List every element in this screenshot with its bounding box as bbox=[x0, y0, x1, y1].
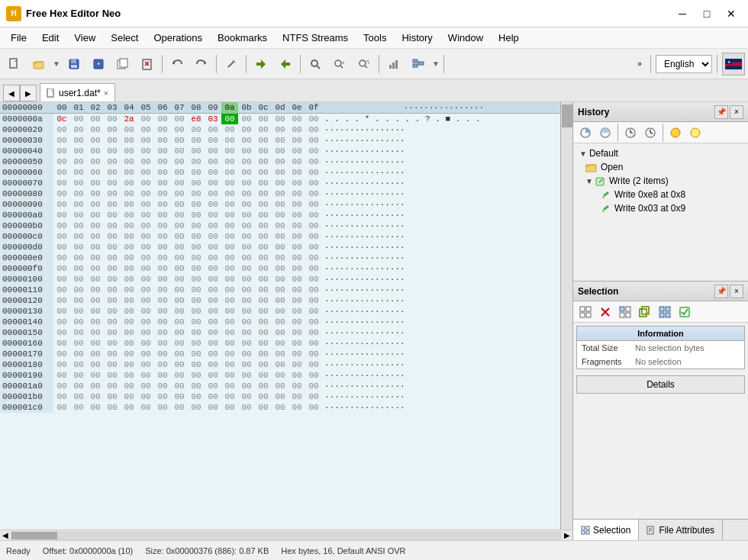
hex-cell[interactable]: 00 bbox=[53, 220, 70, 231]
stats-button[interactable] bbox=[382, 53, 405, 76]
hex-cell[interactable]: 00 bbox=[53, 274, 70, 285]
hex-cell[interactable]: 00 bbox=[205, 199, 221, 210]
hex-cell[interactable]: 00 bbox=[305, 402, 322, 413]
hex-cell[interactable]: 00 bbox=[53, 253, 70, 263]
hex-cell[interactable]: 00 bbox=[121, 359, 137, 370]
hex-cell[interactable]: 00 bbox=[53, 188, 70, 199]
hex-cell[interactable]: 00 bbox=[272, 114, 289, 125]
hex-cell[interactable]: 00 bbox=[171, 167, 188, 178]
hex-cell[interactable]: 00 bbox=[70, 338, 87, 349]
hex-cell[interactable]: 00 bbox=[205, 391, 221, 402]
hex-cell[interactable]: 00 bbox=[104, 338, 121, 349]
hex-cell[interactable]: 00 bbox=[188, 317, 205, 327]
hex-cell[interactable]: 00 bbox=[121, 178, 137, 188]
hex-cell[interactable]: 00 bbox=[137, 381, 154, 391]
hex-cell[interactable]: 00 bbox=[121, 338, 137, 349]
file-attributes-tab[interactable]: File Attributes bbox=[639, 520, 723, 540]
hex-cell[interactable]: 00 bbox=[289, 114, 305, 125]
hex-cell[interactable]: 00 bbox=[205, 231, 221, 242]
hex-cell[interactable]: 00 bbox=[87, 242, 104, 253]
table-row[interactable]: 0000005000000000000000000000000000000000… bbox=[0, 156, 560, 167]
hex-cell[interactable]: 00 bbox=[137, 135, 154, 146]
hex-cell[interactable]: 00 bbox=[121, 188, 137, 199]
hex-cell[interactable]: 00 bbox=[121, 220, 137, 231]
hex-cell[interactable]: 00 bbox=[87, 114, 104, 125]
hex-cell[interactable]: 00 bbox=[171, 359, 188, 370]
copy-from-button[interactable] bbox=[274, 53, 297, 76]
hex-cell[interactable]: 00 bbox=[221, 370, 238, 381]
hex-cell[interactable]: 00 bbox=[221, 167, 238, 178]
hex-cell[interactable]: 00 bbox=[53, 317, 70, 327]
hex-cell[interactable]: 00 bbox=[137, 402, 154, 413]
table-row[interactable]: 0000008000000000000000000000000000000000… bbox=[0, 188, 560, 199]
hex-cell[interactable]: 00 bbox=[305, 381, 322, 391]
menu-select[interactable]: Select bbox=[103, 29, 146, 47]
hex-cell[interactable]: 00 bbox=[238, 327, 255, 338]
horizontal-scrollbar[interactable]: ◀ ▶ bbox=[0, 529, 572, 540]
hex-cell[interactable]: 00 bbox=[70, 253, 87, 263]
hex-cell[interactable]: 00 bbox=[289, 210, 305, 220]
hex-cell[interactable]: 00 bbox=[289, 146, 305, 156]
hex-cell[interactable]: 00 bbox=[221, 263, 238, 274]
minimize-button[interactable]: ─ bbox=[672, 5, 693, 23]
hex-cell[interactable]: 00 bbox=[221, 349, 238, 359]
hex-cell[interactable]: 00 bbox=[205, 188, 221, 199]
hex-cell[interactable]: 00 bbox=[188, 263, 205, 274]
hex-cell[interactable]: 00 bbox=[87, 146, 104, 156]
hex-cell[interactable]: 00 bbox=[255, 188, 272, 199]
history-pie4-btn[interactable] bbox=[686, 124, 704, 141]
tab-nav-next[interactable]: ▶ bbox=[20, 85, 37, 101]
hex-cell[interactable]: 00 bbox=[305, 167, 322, 178]
hex-cell[interactable]: 00 bbox=[171, 263, 188, 274]
selection-tab[interactable]: Selection bbox=[573, 520, 639, 540]
hex-cell[interactable]: 00 bbox=[205, 370, 221, 381]
hex-cell[interactable]: 00 bbox=[121, 156, 137, 167]
hex-cell[interactable]: 00 bbox=[104, 263, 121, 274]
hex-cell[interactable]: 00 bbox=[171, 178, 188, 188]
h-scroll-right[interactable]: ▶ bbox=[562, 531, 572, 539]
hex-cell[interactable]: 00 bbox=[188, 188, 205, 199]
hex-cell[interactable]: 00 bbox=[305, 199, 322, 210]
sel-x-btn[interactable] bbox=[596, 304, 614, 320]
hex-cell[interactable]: 00 bbox=[104, 327, 121, 338]
hex-cell[interactable]: 00 bbox=[87, 124, 104, 135]
hex-cell[interactable]: 00 bbox=[289, 167, 305, 178]
hex-cell[interactable]: 00 bbox=[272, 327, 289, 338]
hex-cell[interactable]: 00 bbox=[70, 391, 87, 402]
hex-cell[interactable]: 00 bbox=[87, 381, 104, 391]
selection-close-button[interactable]: × bbox=[730, 285, 743, 298]
hex-cell[interactable]: 00 bbox=[305, 135, 322, 146]
hex-cell[interactable]: 00 bbox=[289, 295, 305, 306]
hex-cell[interactable]: 00 bbox=[87, 391, 104, 402]
hex-cell[interactable]: 00 bbox=[272, 317, 289, 327]
hex-cell[interactable]: 00 bbox=[289, 188, 305, 199]
hex-cell[interactable]: 00 bbox=[121, 327, 137, 338]
hex-cell[interactable]: 00 bbox=[53, 135, 70, 146]
hex-cell[interactable]: 00 bbox=[255, 306, 272, 317]
hex-cell[interactable]: 00 bbox=[53, 199, 70, 210]
hex-cell[interactable]: 00 bbox=[289, 370, 305, 381]
maximize-button[interactable]: □ bbox=[696, 5, 717, 23]
hex-cell[interactable]: 00 bbox=[53, 124, 70, 135]
hex-cell[interactable]: 00 bbox=[221, 295, 238, 306]
hex-cell[interactable]: 00 bbox=[289, 274, 305, 285]
vertical-scrollbar[interactable] bbox=[560, 102, 572, 529]
hex-cell[interactable]: 00 bbox=[255, 274, 272, 285]
hex-cell[interactable]: 00 bbox=[171, 220, 188, 231]
tree-default[interactable]: ▼ Default bbox=[576, 146, 745, 160]
hex-cell[interactable]: 00 bbox=[154, 274, 171, 285]
table-row[interactable]: 0000003000000000000000000000000000000000… bbox=[0, 135, 560, 146]
hex-cell[interactable]: 00 bbox=[154, 210, 171, 220]
history-pie3-btn[interactable] bbox=[666, 124, 685, 141]
table-row[interactable]: 0000018000000000000000000000000000000000… bbox=[0, 359, 560, 370]
hex-cell[interactable]: 00 bbox=[221, 210, 238, 220]
tab-nav-prev[interactable]: ◀ bbox=[3, 85, 20, 101]
hex-cell[interactable]: 00 bbox=[154, 402, 171, 413]
hex-cell[interactable]: 00 bbox=[255, 349, 272, 359]
hex-cell[interactable]: 00 bbox=[188, 349, 205, 359]
edit-button[interactable] bbox=[220, 53, 243, 76]
hex-cell[interactable]: 00 bbox=[104, 156, 121, 167]
hex-cell[interactable]: 00 bbox=[221, 402, 238, 413]
hex-cell[interactable]: 00 bbox=[154, 188, 171, 199]
hex-cell[interactable]: 00 bbox=[188, 359, 205, 370]
